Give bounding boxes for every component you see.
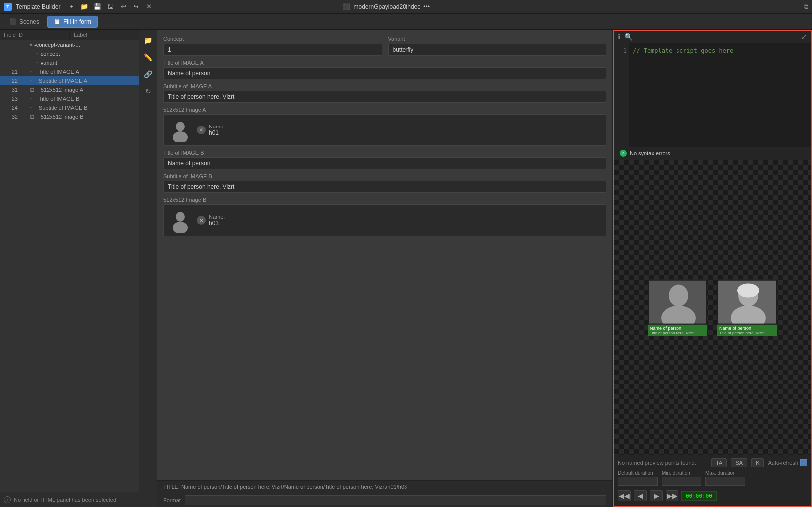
image-b-clear-button[interactable]: ✕ — [197, 216, 206, 225]
step-forward-button[interactable]: ▶▶ — [666, 490, 678, 501]
text-field-icon-3: ≡ — [30, 96, 33, 102]
default-duration-label: Default duration — [618, 470, 658, 476]
text-field-icon-2: ≡ — [30, 78, 33, 84]
script-status: ✓ No syntax errors — [614, 147, 811, 160]
default-duration-input[interactable] — [618, 477, 658, 486]
save-button[interactable]: 🖫 — [105, 2, 115, 12]
transport-row: ◀◀ ◀ ▶ ▶▶ 00:00:00 — [618, 490, 807, 501]
image-a-field: ✕ Name: h01 — [163, 114, 606, 146]
prev-frame-button[interactable]: ◀◀ — [618, 490, 631, 501]
expand-tool-icon[interactable]: ⤢ — [801, 33, 807, 41]
image-field-icon: 🖼 — [30, 87, 35, 93]
tree-item-21[interactable]: 21 ≡ Title of IMAGE A — [0, 67, 139, 76]
variant-group: Variant butterflydefault — [388, 36, 607, 56]
tree-item-concept[interactable]: ≡ concept — [0, 49, 139, 58]
preview-person-a-svg — [649, 280, 707, 324]
auto-refresh-row: Auto-refresh ✓ — [768, 459, 807, 466]
image-a-name-label: Name: — [209, 124, 225, 129]
tab-scenes[interactable]: ⬛ Scenes — [4, 16, 45, 27]
max-duration-group: Max. duration — [705, 470, 745, 486]
edit-icon[interactable]: ✏️ — [142, 51, 155, 64]
image-b-name-val: h03 — [209, 220, 225, 227]
subtitle-image-a-input[interactable] — [163, 91, 606, 103]
timecode-display: 00:00:00 — [681, 491, 717, 501]
tab-fill-in-form[interactable]: 📋 Fill-in form — [47, 16, 98, 28]
svg-point-12 — [737, 283, 759, 297]
script-editor: ℹ 🔍 ⤢ 1 // Template script goes here ✓ N… — [614, 31, 811, 160]
preview-name-a: Name of person — [650, 325, 705, 330]
svg-point-1 — [176, 122, 185, 131]
preview-ctrl-top: No named preview points found. TA SA K A… — [618, 458, 807, 467]
window-resize-icon[interactable]: ⧉ — [804, 3, 808, 11]
tree-item-31[interactable]: 31 🖼 512x512 image A — [0, 85, 139, 94]
subtitle-image-b-input[interactable] — [163, 181, 606, 193]
save-small-button[interactable]: 💾 — [92, 2, 102, 12]
tree-item-22[interactable]: 22 ≡ Subtitle of IMAGE A — [0, 76, 139, 85]
title-image-a-row: Title of IMAGE A — [163, 60, 606, 79]
title-image-b-label: Title of IMAGE B — [163, 150, 606, 156]
text-icon-2: ≡ — [36, 60, 39, 66]
image-a-label: 512x512 Image A — [163, 107, 606, 113]
title-image-b-input[interactable] — [163, 157, 606, 169]
tree-item-23[interactable]: 23 ≡ Title of IMAGE B — [0, 94, 139, 103]
left-panel: Field ID Label ▾ -concept-variant-... ≡ … — [0, 30, 139, 507]
undo-button[interactable]: ↩ — [118, 2, 128, 12]
open-button[interactable]: 📁 — [79, 2, 89, 12]
duration-row: Default duration Min. duration Max. dura… — [618, 470, 807, 486]
info-tool-icon[interactable]: ℹ — [618, 33, 620, 41]
tree-item-variant[interactable]: ≡ variant — [0, 58, 139, 67]
subtitle-image-b-row: Subtitle of IMAGE B — [163, 173, 606, 193]
doc-menu-icon[interactable]: ••• — [423, 3, 430, 10]
close-doc-button[interactable]: ✕ — [144, 2, 154, 12]
tree-item-24[interactable]: 24 ≡ Subtitle of IMAGE B — [0, 103, 139, 112]
code-area[interactable]: // Template script goes here — [629, 43, 811, 147]
preview-sub-a: Title of person here, Vizrt — [650, 330, 705, 335]
preview-sub-b: Title of person here, Vizrt — [719, 330, 775, 335]
sa-button[interactable]: SA — [731, 458, 747, 467]
step-back-button[interactable]: ◀ — [634, 490, 647, 501]
app-logo: T — [4, 3, 12, 11]
redo-button[interactable]: ↪ — [131, 2, 141, 12]
expand-icon: ▾ — [30, 42, 32, 48]
link-icon[interactable]: 🔗 — [142, 68, 155, 81]
auto-refresh-checkbox[interactable]: ✓ — [800, 459, 807, 466]
titlebar: T Template Builder + 📁 💾 🖫 ↩ ↪ ✕ ⬛ moder… — [0, 0, 812, 14]
titlebar-actions: + 📁 💾 🖫 ↩ ↪ ✕ — [66, 2, 154, 12]
title-image-a-label: Title of IMAGE A — [163, 60, 606, 66]
min-duration-input[interactable] — [662, 477, 701, 486]
status-ok-icon: ✓ — [620, 150, 627, 157]
left-panel-header: Field ID Label — [0, 30, 139, 40]
title-image-a-input[interactable] — [163, 67, 606, 79]
svg-point-7 — [669, 284, 688, 306]
image-b-label: 512x512 Image B — [163, 197, 606, 203]
status-text: No syntax errors — [630, 150, 670, 156]
field-tree: ▾ -concept-variant-... ≡ concept ≡ varia… — [0, 40, 139, 492]
concept-variant-row: Concept 123 Variant butterflydefault — [163, 36, 606, 56]
image-a-name-val: h01 — [209, 129, 225, 136]
image-a-row: 512x512 Image A ✕ Name: h01 — [163, 107, 606, 146]
tree-item-32[interactable]: 32 🖼 512x512 image B — [0, 112, 139, 121]
image-a-clear-button[interactable]: ✕ — [197, 126, 206, 134]
preview-card-a: Name of person Title of person here, Viz… — [648, 279, 707, 336]
k-button[interactable]: K — [751, 458, 764, 467]
image-b-name-label: Name: — [209, 214, 225, 220]
preview-card-b: Name of person Title of person here, Viz… — [717, 279, 777, 336]
tree-item-root[interactable]: ▾ -concept-variant-... — [0, 40, 139, 49]
format-input[interactable] — [185, 495, 606, 505]
variant-label: Variant — [388, 36, 607, 42]
variant-select[interactable]: butterflydefault — [388, 44, 607, 56]
ta-button[interactable]: TA — [711, 458, 727, 467]
search-tool-icon[interactable]: 🔍 — [624, 33, 633, 41]
bottom-title-bar: TITLE: Name of person/Title of person he… — [157, 480, 612, 493]
folder-icon[interactable]: 📁 — [142, 34, 155, 47]
max-duration-input[interactable] — [705, 477, 745, 486]
refresh-icon[interactable]: ↻ — [142, 85, 155, 98]
subtitle-image-a-label: Subtitle of IMAGE A — [163, 83, 606, 89]
new-tab-button[interactable]: + — [66, 2, 76, 12]
min-duration-group: Min. duration — [662, 470, 701, 486]
play-button[interactable]: ▶ — [650, 490, 663, 501]
info-bar: i No field or HTML panel has been select… — [0, 492, 139, 507]
subtitle-image-a-row: Subtitle of IMAGE A — [163, 83, 606, 103]
concept-select[interactable]: 123 — [163, 44, 382, 56]
info-text: No field or HTML panel has been selected… — [14, 497, 118, 503]
